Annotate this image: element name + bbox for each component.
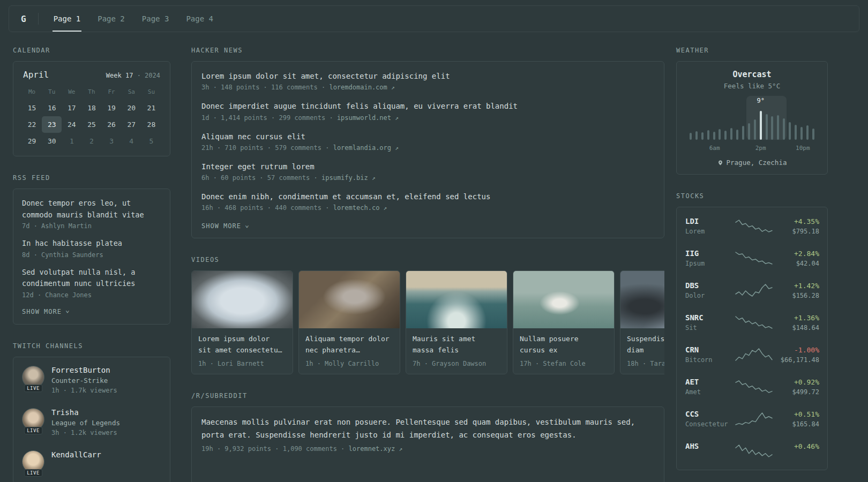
hackernews-item-meta: 6h · 60 points · 57 comments · ipsumify.… [201,174,654,182]
sparkline-chart [735,283,773,297]
weather-temp-label: 9° [757,97,764,104]
rss-item-title[interactable]: Donec tempor eros leo, ut commodo mauris… [22,198,161,221]
nav-tab[interactable]: Page 4 [185,6,214,32]
reddit-post-domain-link[interactable]: loremnet.xyz [349,445,395,453]
video-card[interactable]: Mauris sit amet massa felis 7h · Grayson… [406,270,507,374]
weather-widget: WEATHER Overcast Feels like 5°C 9° 6am 2… [676,47,828,175]
video-thumbnail[interactable] [620,271,664,328]
channel-game[interactable]: League of Legends [51,419,120,427]
weather-bar [812,129,814,140]
videos-widget: VIDEOS Lorem ipsum dolor sit amet consec… [191,256,664,374]
stock-info: CCS Consectetur [685,410,735,428]
weather-bar [789,122,791,140]
channel-avatar[interactable]: LIVE [22,408,44,431]
twitch-channel[interactable]: LIVE Trisha League of Legends 3h · 1.2k … [22,408,161,436]
calendar-week-number: Week 17 [106,72,133,79]
channel-name[interactable]: ForrestBurton [51,366,117,374]
stock-row[interactable]: SNRC Sit +1.36% $148.64 [685,306,819,338]
live-badge: LIVE [24,427,42,434]
weather-bar [806,125,809,140]
hackernews-item-domain-link[interactable]: loremlandia.org [333,144,391,152]
video-title[interactable]: Suspendisse diam [620,328,664,356]
stock-name: Lorem [685,228,735,235]
rss-panel: Donec tempor eros leo, ut commodo mauris… [13,189,170,325]
rss-item-title[interactable]: In hac habitasse platea [22,238,161,250]
hackernews-item-title[interactable]: Aliquam nec cursus elit [201,132,305,141]
hackernews-item-meta: 3h · 148 points · 116 comments · loremdo… [201,84,654,91]
stock-symbol: CRN [685,345,735,354]
stock-info: SNRC Sit [685,313,735,332]
hackernews-item-domain-link[interactable]: ipsumworld.net [337,114,391,122]
hackernews-item-domain-link[interactable]: ipsumify.biz [321,174,368,182]
stock-change: +1.42% [773,282,819,290]
stock-symbol: SNRC [685,313,735,322]
video-title[interactable]: Lorem ipsum dolor sit amet consectetu… [192,328,293,356]
hackernews-item-domain-link[interactable]: loremdomain.com [329,84,387,91]
channel-name[interactable]: Trisha [51,408,120,417]
video-card[interactable]: Lorem ipsum dolor sit amet consectetu… 1… [191,270,293,374]
day-of-week-label: Mo [22,85,42,100]
video-thumbnail[interactable] [513,271,614,328]
stock-row[interactable]: LDI Lorem +4.35% $795.18 [685,210,819,242]
reddit-post-text[interactable]: Maecenas mollis pulvinar erat non posuer… [201,418,635,439]
channel-avatar[interactable]: LIVE [22,366,44,388]
stock-change: +2.84% [773,250,819,258]
weather-time-axis: 6am 2pm 10pm [689,144,815,152]
channel-game[interactable]: Counter-Strike [51,376,117,385]
stock-row[interactable]: CRN Bitcorn -1.00% $66,171.48 [685,338,819,371]
stock-row[interactable]: IIG Ipsum +2.84% $42.04 [685,242,819,274]
nav-tab[interactable]: Page 2 [96,6,126,32]
video-title[interactable]: Nullam posuere cursus ex [513,328,614,356]
hackernews-item-domain-link[interactable]: loremtech.co [333,204,380,212]
hackernews-item-title[interactable]: Donec enim nibh, condimentum et accumsan… [201,192,490,201]
hackernews-item-title[interactable]: Integer eget rutrum lorem [201,162,315,171]
live-badge: LIVE [24,469,42,477]
stock-price: $156.28 [773,292,819,299]
weather-bar [800,127,803,140]
nav-tab[interactable]: Page 3 [141,6,170,32]
calendar-day: 15 [22,100,42,116]
twitch-channel[interactable]: LIVE ForrestBurton Counter-Strike 1h · 1… [22,366,161,394]
twitch-channel[interactable]: LIVE KendallCarr [22,450,161,473]
subreddit-panel: Maecenas mollis pulvinar erat non posuer… [191,406,664,482]
video-card[interactable]: Nullam posuere cursus ex 17h · Stefan Co… [513,270,615,374]
show-more-button[interactable]: SHOW MORE⌄ [22,308,70,315]
stock-row[interactable]: DBS Dolor +1.42% $156.28 [685,274,819,306]
video-thumbnail[interactable] [406,271,507,328]
stocks-title: STOCKS [676,192,828,200]
stock-change: +4.35% [773,217,819,225]
channel-name[interactable]: KendallCarr [51,450,101,459]
stock-row[interactable]: AHS +0.46% [685,435,819,467]
stock-sparkline [735,315,773,329]
weather-bar [754,119,756,140]
stock-row[interactable]: CCS Consectetur +0.51% $165.84 [685,403,819,435]
weather-panel: Overcast Feels like 5°C 9° 6am 2pm 10pm [676,61,828,175]
show-more-label: SHOW MORE [201,222,241,230]
video-title[interactable]: Mauris sit amet massa felis [406,328,507,356]
calendar-week: Week 17 · 2024 [106,72,160,79]
video-thumbnail[interactable] [192,271,293,328]
video-title[interactable]: Aliquam tempor dolor nec pharetra… [299,328,400,356]
stock-row[interactable]: AET Amet +0.92% $499.72 [685,371,819,403]
stock-change: +0.92% [773,378,819,386]
hackernews-item-title[interactable]: Lorem ipsum dolor sit amet, consectetur … [201,72,450,80]
left-column: CALENDAR April Week 17 · 2024 MoTuWeThFr… [13,47,170,482]
twitch-panel: LIVE ForrestBurton Counter-Strike 1h · 1… [13,357,170,482]
nav-tab[interactable]: Page 1 [53,6,82,32]
calendar-day: 24 [62,116,81,133]
video-thumbnail[interactable] [299,271,400,328]
weather-bar [795,125,797,140]
stock-values: +1.42% $156.28 [773,282,819,299]
video-card[interactable]: Suspendisse diam 18h · Tara [620,270,664,374]
show-more-button[interactable]: SHOW MORE⌄ [201,222,250,230]
stock-symbol: CCS [685,410,735,418]
channel-info: Trisha League of Legends 3h · 1.2k viewe… [51,408,120,436]
calendar-day: 4 [122,133,141,149]
video-card[interactable]: Aliquam tempor dolor nec pharetra… 1h · … [298,270,400,374]
rss-item-title[interactable]: Sed volutpat nulla nisl, a condimentum n… [22,267,161,290]
hackernews-item-title[interactable]: Donec imperdiet augue tincidunt felis al… [201,102,518,110]
channel-avatar[interactable]: LIVE [22,450,44,473]
hackernews-item-stats: 16h · 468 points · 440 comments · [201,204,329,212]
stock-price: $66,171.48 [773,356,819,364]
hackernews-item: Donec enim nibh, condimentum et accumsan… [201,191,654,212]
